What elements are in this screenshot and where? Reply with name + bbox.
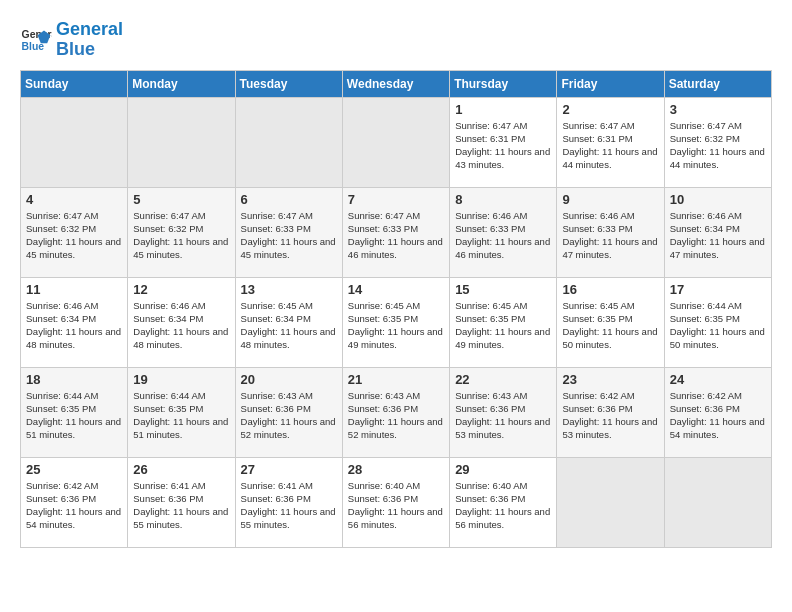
day-info: Sunrise: 6:47 AMSunset: 6:31 PMDaylight:… xyxy=(455,119,551,172)
calendar-cell: 11Sunrise: 6:46 AMSunset: 6:34 PMDayligh… xyxy=(21,277,128,367)
col-header-tuesday: Tuesday xyxy=(235,70,342,97)
calendar-cell: 27Sunrise: 6:41 AMSunset: 6:36 PMDayligh… xyxy=(235,457,342,547)
col-header-thursday: Thursday xyxy=(450,70,557,97)
header: General Blue General Blue xyxy=(20,20,772,60)
day-info: Sunrise: 6:42 AMSunset: 6:36 PMDaylight:… xyxy=(26,479,122,532)
header-row: SundayMondayTuesdayWednesdayThursdayFrid… xyxy=(21,70,772,97)
day-number: 28 xyxy=(348,462,444,477)
day-number: 19 xyxy=(133,372,229,387)
calendar-cell: 3Sunrise: 6:47 AMSunset: 6:32 PMDaylight… xyxy=(664,97,771,187)
calendar-cell: 26Sunrise: 6:41 AMSunset: 6:36 PMDayligh… xyxy=(128,457,235,547)
week-row-2: 4Sunrise: 6:47 AMSunset: 6:32 PMDaylight… xyxy=(21,187,772,277)
calendar-cell: 16Sunrise: 6:45 AMSunset: 6:35 PMDayligh… xyxy=(557,277,664,367)
day-number: 22 xyxy=(455,372,551,387)
week-row-1: 1Sunrise: 6:47 AMSunset: 6:31 PMDaylight… xyxy=(21,97,772,187)
day-info: Sunrise: 6:40 AMSunset: 6:36 PMDaylight:… xyxy=(348,479,444,532)
day-number: 6 xyxy=(241,192,337,207)
day-info: Sunrise: 6:45 AMSunset: 6:35 PMDaylight:… xyxy=(348,299,444,352)
calendar-cell: 9Sunrise: 6:46 AMSunset: 6:33 PMDaylight… xyxy=(557,187,664,277)
day-info: Sunrise: 6:41 AMSunset: 6:36 PMDaylight:… xyxy=(241,479,337,532)
day-info: Sunrise: 6:43 AMSunset: 6:36 PMDaylight:… xyxy=(348,389,444,442)
day-number: 16 xyxy=(562,282,658,297)
day-info: Sunrise: 6:46 AMSunset: 6:33 PMDaylight:… xyxy=(562,209,658,262)
day-number: 26 xyxy=(133,462,229,477)
day-info: Sunrise: 6:41 AMSunset: 6:36 PMDaylight:… xyxy=(133,479,229,532)
calendar-cell xyxy=(342,97,449,187)
calendar-cell: 6Sunrise: 6:47 AMSunset: 6:33 PMDaylight… xyxy=(235,187,342,277)
day-number: 11 xyxy=(26,282,122,297)
calendar-cell: 10Sunrise: 6:46 AMSunset: 6:34 PMDayligh… xyxy=(664,187,771,277)
day-info: Sunrise: 6:45 AMSunset: 6:35 PMDaylight:… xyxy=(562,299,658,352)
calendar-cell: 2Sunrise: 6:47 AMSunset: 6:31 PMDaylight… xyxy=(557,97,664,187)
day-number: 2 xyxy=(562,102,658,117)
day-info: Sunrise: 6:44 AMSunset: 6:35 PMDaylight:… xyxy=(670,299,766,352)
day-number: 29 xyxy=(455,462,551,477)
day-info: Sunrise: 6:47 AMSunset: 6:32 PMDaylight:… xyxy=(26,209,122,262)
day-number: 7 xyxy=(348,192,444,207)
calendar-cell: 1Sunrise: 6:47 AMSunset: 6:31 PMDaylight… xyxy=(450,97,557,187)
calendar-cell: 19Sunrise: 6:44 AMSunset: 6:35 PMDayligh… xyxy=(128,367,235,457)
calendar-cell: 15Sunrise: 6:45 AMSunset: 6:35 PMDayligh… xyxy=(450,277,557,367)
calendar-cell: 28Sunrise: 6:40 AMSunset: 6:36 PMDayligh… xyxy=(342,457,449,547)
calendar-cell: 17Sunrise: 6:44 AMSunset: 6:35 PMDayligh… xyxy=(664,277,771,367)
calendar-cell: 20Sunrise: 6:43 AMSunset: 6:36 PMDayligh… xyxy=(235,367,342,457)
calendar-table: SundayMondayTuesdayWednesdayThursdayFrid… xyxy=(20,70,772,548)
day-number: 4 xyxy=(26,192,122,207)
calendar-cell: 13Sunrise: 6:45 AMSunset: 6:34 PMDayligh… xyxy=(235,277,342,367)
col-header-sunday: Sunday xyxy=(21,70,128,97)
calendar-cell: 29Sunrise: 6:40 AMSunset: 6:36 PMDayligh… xyxy=(450,457,557,547)
calendar-cell: 23Sunrise: 6:42 AMSunset: 6:36 PMDayligh… xyxy=(557,367,664,457)
day-info: Sunrise: 6:40 AMSunset: 6:36 PMDaylight:… xyxy=(455,479,551,532)
logo-text-general: General xyxy=(56,20,123,40)
day-info: Sunrise: 6:43 AMSunset: 6:36 PMDaylight:… xyxy=(241,389,337,442)
day-info: Sunrise: 6:47 AMSunset: 6:32 PMDaylight:… xyxy=(670,119,766,172)
day-info: Sunrise: 6:43 AMSunset: 6:36 PMDaylight:… xyxy=(455,389,551,442)
calendar-cell: 14Sunrise: 6:45 AMSunset: 6:35 PMDayligh… xyxy=(342,277,449,367)
day-info: Sunrise: 6:44 AMSunset: 6:35 PMDaylight:… xyxy=(133,389,229,442)
calendar-cell: 8Sunrise: 6:46 AMSunset: 6:33 PMDaylight… xyxy=(450,187,557,277)
day-number: 13 xyxy=(241,282,337,297)
calendar-cell: 18Sunrise: 6:44 AMSunset: 6:35 PMDayligh… xyxy=(21,367,128,457)
day-info: Sunrise: 6:47 AMSunset: 6:33 PMDaylight:… xyxy=(241,209,337,262)
day-info: Sunrise: 6:47 AMSunset: 6:31 PMDaylight:… xyxy=(562,119,658,172)
col-header-monday: Monday xyxy=(128,70,235,97)
day-info: Sunrise: 6:42 AMSunset: 6:36 PMDaylight:… xyxy=(562,389,658,442)
calendar-cell: 4Sunrise: 6:47 AMSunset: 6:32 PMDaylight… xyxy=(21,187,128,277)
logo-icon: General Blue xyxy=(20,24,52,56)
day-number: 20 xyxy=(241,372,337,387)
day-number: 17 xyxy=(670,282,766,297)
day-number: 5 xyxy=(133,192,229,207)
col-header-friday: Friday xyxy=(557,70,664,97)
day-number: 14 xyxy=(348,282,444,297)
day-info: Sunrise: 6:46 AMSunset: 6:34 PMDaylight:… xyxy=(26,299,122,352)
calendar-cell: 22Sunrise: 6:43 AMSunset: 6:36 PMDayligh… xyxy=(450,367,557,457)
calendar-cell xyxy=(664,457,771,547)
day-info: Sunrise: 6:47 AMSunset: 6:33 PMDaylight:… xyxy=(348,209,444,262)
day-info: Sunrise: 6:45 AMSunset: 6:34 PMDaylight:… xyxy=(241,299,337,352)
calendar-cell xyxy=(128,97,235,187)
calendar-cell: 21Sunrise: 6:43 AMSunset: 6:36 PMDayligh… xyxy=(342,367,449,457)
day-number: 3 xyxy=(670,102,766,117)
logo: General Blue General Blue xyxy=(20,20,123,60)
day-number: 21 xyxy=(348,372,444,387)
day-info: Sunrise: 6:46 AMSunset: 6:34 PMDaylight:… xyxy=(670,209,766,262)
day-number: 10 xyxy=(670,192,766,207)
day-number: 23 xyxy=(562,372,658,387)
day-number: 9 xyxy=(562,192,658,207)
day-info: Sunrise: 6:46 AMSunset: 6:33 PMDaylight:… xyxy=(455,209,551,262)
day-number: 25 xyxy=(26,462,122,477)
day-info: Sunrise: 6:47 AMSunset: 6:32 PMDaylight:… xyxy=(133,209,229,262)
day-number: 8 xyxy=(455,192,551,207)
col-header-wednesday: Wednesday xyxy=(342,70,449,97)
logo-text-blue: Blue xyxy=(56,40,123,60)
calendar-cell: 12Sunrise: 6:46 AMSunset: 6:34 PMDayligh… xyxy=(128,277,235,367)
col-header-saturday: Saturday xyxy=(664,70,771,97)
day-number: 18 xyxy=(26,372,122,387)
week-row-3: 11Sunrise: 6:46 AMSunset: 6:34 PMDayligh… xyxy=(21,277,772,367)
day-number: 15 xyxy=(455,282,551,297)
calendar-cell: 5Sunrise: 6:47 AMSunset: 6:32 PMDaylight… xyxy=(128,187,235,277)
calendar-cell: 25Sunrise: 6:42 AMSunset: 6:36 PMDayligh… xyxy=(21,457,128,547)
day-info: Sunrise: 6:42 AMSunset: 6:36 PMDaylight:… xyxy=(670,389,766,442)
day-number: 1 xyxy=(455,102,551,117)
week-row-4: 18Sunrise: 6:44 AMSunset: 6:35 PMDayligh… xyxy=(21,367,772,457)
